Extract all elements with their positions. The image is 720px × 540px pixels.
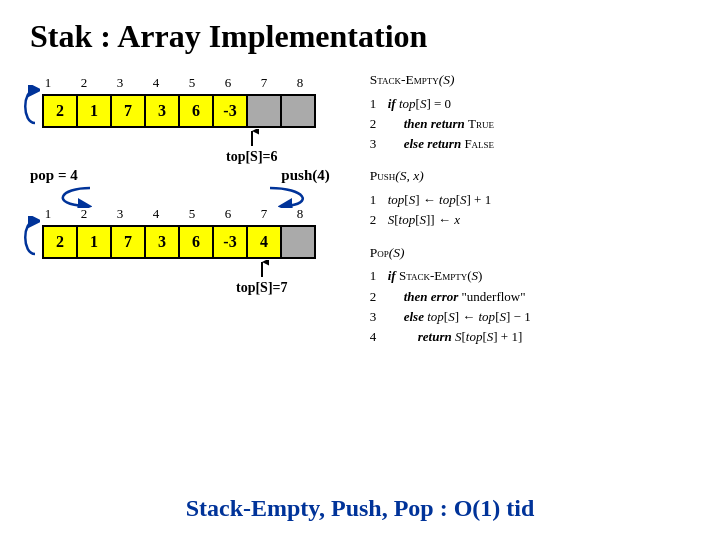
idx1-3: 3 bbox=[102, 75, 138, 91]
idx1-8: 8 bbox=[282, 75, 318, 91]
idx2-3: 3 bbox=[102, 206, 138, 222]
pop-label: pop = 4 bbox=[30, 167, 78, 184]
cell1-7 bbox=[246, 94, 282, 128]
cell2-1: 2 bbox=[42, 225, 78, 259]
cell2-4: 3 bbox=[144, 225, 180, 259]
page-title: Stak : Array Implementation bbox=[0, 0, 720, 65]
stack-empty-title: Stack-Empty(S) bbox=[370, 70, 700, 91]
idx2-8: 8 bbox=[282, 206, 318, 222]
cell1-1: 2 bbox=[42, 94, 78, 128]
pop-line-4: 4 return S[top[S] + 1] bbox=[370, 327, 700, 347]
se-line-1: 1 if top[S] = 0 bbox=[370, 94, 700, 114]
cell2-3: 7 bbox=[110, 225, 146, 259]
idx2-5: 5 bbox=[174, 206, 210, 222]
pop-line-1: 1 if Stack-Empty(S) bbox=[370, 266, 700, 286]
cell1-5: 6 bbox=[178, 94, 214, 128]
se-line-2: 2 then return True bbox=[370, 114, 700, 134]
idx1-5: 5 bbox=[174, 75, 210, 91]
left-panel: 1 2 3 4 5 6 7 8 bbox=[20, 65, 370, 359]
cell1-4: 3 bbox=[144, 94, 180, 128]
pop-push-row: pop = 4 push(4) bbox=[20, 165, 370, 186]
left-arrow-2 bbox=[20, 216, 40, 256]
idx1-4: 4 bbox=[138, 75, 174, 91]
idx2-2: 2 bbox=[66, 206, 102, 222]
push-section: Push(S, x) 1 top[S] ← top[S] + 1 2 S[top… bbox=[370, 166, 700, 230]
cell2-2: 1 bbox=[76, 225, 112, 259]
stack-empty-section: Stack-Empty(S) 1 if top[S] = 0 2 then re… bbox=[370, 70, 700, 154]
pop-section: Pop(S) 1 if Stack-Empty(S) 2 then error … bbox=[370, 243, 700, 347]
cell2-7: 4 bbox=[246, 225, 282, 259]
bottom-title: Stack-Empty, Push, Pop : O(1) tid bbox=[0, 495, 720, 522]
pop-line-3: 3 else top[S] ← top[S] − 1 bbox=[370, 307, 700, 327]
idx1-2: 2 bbox=[66, 75, 102, 91]
idx2-6: 6 bbox=[210, 206, 246, 222]
idx2-7: 7 bbox=[246, 206, 282, 222]
top-arrow-2 bbox=[255, 260, 269, 278]
push-line-1: 1 top[S] ← top[S] + 1 bbox=[370, 190, 700, 210]
cell1-6: -3 bbox=[212, 94, 248, 128]
top-arrow-1 bbox=[245, 129, 259, 147]
array1-section: 1 2 3 4 5 6 7 8 bbox=[20, 75, 370, 165]
idx1-7: 7 bbox=[246, 75, 282, 91]
idx1-6: 6 bbox=[210, 75, 246, 91]
pop-line-2: 2 then error "underflow" bbox=[370, 287, 700, 307]
cell1-3: 7 bbox=[110, 94, 146, 128]
array2-section: 1 2 3 4 5 6 7 8 2 1 7 3 bbox=[20, 206, 370, 296]
left-arrow-1 bbox=[20, 85, 40, 125]
right-panel: Stack-Empty(S) 1 if top[S] = 0 2 then re… bbox=[370, 65, 700, 359]
se-line-3: 3 else return False bbox=[370, 134, 700, 154]
cell1-8 bbox=[280, 94, 316, 128]
top-label-1: top[S]=6 bbox=[226, 149, 278, 165]
cell2-5: 6 bbox=[178, 225, 214, 259]
top-label-2: top[S]=7 bbox=[236, 280, 288, 296]
push-label: push(4) bbox=[281, 167, 329, 184]
push-line-2: 2 S[top[S]] ← x bbox=[370, 210, 700, 230]
push-title: Push(S, x) bbox=[370, 166, 700, 187]
idx2-4: 4 bbox=[138, 206, 174, 222]
pop-title: Pop(S) bbox=[370, 243, 700, 264]
cell1-2: 1 bbox=[76, 94, 112, 128]
cell2-6: -3 bbox=[212, 225, 248, 259]
between-arrows bbox=[30, 186, 350, 208]
cell2-8 bbox=[280, 225, 316, 259]
